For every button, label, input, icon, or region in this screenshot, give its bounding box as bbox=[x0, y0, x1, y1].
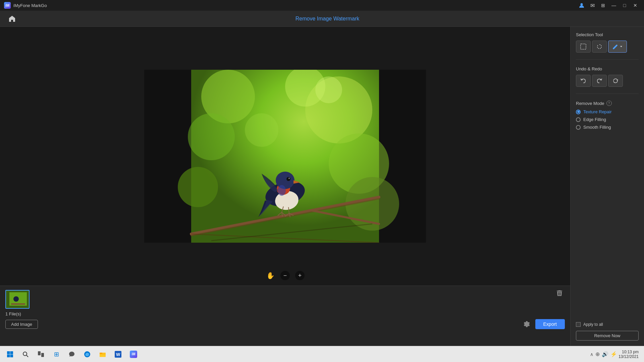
system-tray-expand[interactable]: ∧ bbox=[590, 352, 593, 357]
network-icon: ⊕ bbox=[595, 351, 600, 357]
grid-icon[interactable]: ⊞ bbox=[598, 1, 608, 10]
zoom-in-button[interactable]: + bbox=[295, 271, 305, 280]
task-view-button[interactable] bbox=[34, 347, 48, 362]
remove-mode-title-row: Remove Mode ? bbox=[576, 101, 639, 106]
bottom-area: 1 File(s) Add Image bbox=[0, 286, 570, 346]
app-window: iM iMyFone MarkGo ✉ ⊞ — □ bbox=[0, 0, 644, 346]
help-icon[interactable]: ? bbox=[606, 101, 612, 106]
svg-rect-42 bbox=[10, 354, 13, 357]
remove-now-button[interactable]: Remove Now bbox=[576, 331, 639, 341]
clock-date: 13/12/2021 bbox=[619, 354, 639, 359]
selection-tool-title: Selection Tool bbox=[576, 32, 639, 37]
battery-icon: ⚡ bbox=[610, 351, 617, 357]
separator-1 bbox=[576, 59, 639, 60]
page-title: Remove Image Watermark bbox=[17, 16, 637, 22]
clock-time: 10:13 pm bbox=[619, 350, 639, 354]
maximize-button[interactable]: □ bbox=[620, 1, 629, 10]
svg-line-44 bbox=[26, 355, 28, 357]
zoom-controls: ✋ − + bbox=[266, 271, 305, 280]
start-button[interactable] bbox=[3, 347, 17, 362]
export-button[interactable]: Export bbox=[535, 319, 565, 329]
zoom-out-button[interactable]: − bbox=[280, 271, 290, 280]
bottom-right-actions: Export bbox=[522, 319, 565, 329]
bottom-actions: Add Image Export bbox=[5, 316, 565, 329]
settings-button[interactable] bbox=[522, 319, 531, 329]
apply-all-label: Apply to all bbox=[583, 322, 603, 327]
delete-button[interactable] bbox=[555, 289, 564, 299]
titlebar: iM iMyFone MarkGo ✉ ⊞ — □ bbox=[0, 0, 644, 11]
svg-rect-45 bbox=[38, 351, 41, 355]
svg-point-24 bbox=[278, 185, 286, 196]
svg-text:W: W bbox=[116, 352, 120, 357]
redo-button[interactable] bbox=[592, 75, 607, 87]
home-button[interactable] bbox=[7, 13, 17, 24]
taskbar-left: ⊞ bbox=[3, 347, 141, 362]
texture-repair-radio[interactable] bbox=[576, 110, 581, 114]
widgets-button[interactable]: ⊞ bbox=[49, 347, 64, 362]
explorer-button[interactable] bbox=[95, 347, 110, 362]
taskbar: ⊞ bbox=[0, 346, 644, 362]
filmstrip-row bbox=[5, 290, 565, 309]
edge-filling-label: Edge Filling bbox=[583, 117, 606, 122]
smooth-filling-option[interactable]: Smooth Filling bbox=[576, 125, 639, 130]
svg-point-23 bbox=[288, 178, 290, 179]
thumbnail-item[interactable] bbox=[5, 290, 30, 309]
account-icon[interactable] bbox=[577, 1, 586, 10]
svg-rect-40 bbox=[10, 351, 13, 354]
search-taskbar-button[interactable] bbox=[18, 347, 33, 362]
separator-2 bbox=[576, 94, 639, 94]
chat-button[interactable] bbox=[64, 347, 79, 362]
undo-button[interactable] bbox=[576, 75, 591, 87]
texture-repair-option[interactable]: Texture Repair bbox=[576, 109, 639, 114]
svg-point-11 bbox=[178, 167, 218, 207]
svg-point-38 bbox=[613, 48, 614, 49]
apply-all-row: Apply to all bbox=[576, 322, 639, 327]
texture-repair-label: Texture Repair bbox=[583, 109, 612, 114]
markgo-taskbar-button[interactable]: iM bbox=[126, 347, 141, 362]
svg-point-21 bbox=[276, 172, 294, 189]
hand-tool-button[interactable]: ✋ bbox=[266, 271, 275, 280]
undo-redo-section: Undo & Redo bbox=[576, 66, 639, 87]
svg-rect-36 bbox=[11, 303, 25, 305]
edge-filling-option[interactable]: Edge Filling bbox=[576, 117, 639, 122]
svg-point-0 bbox=[581, 3, 583, 6]
undo-redo-buttons bbox=[576, 75, 639, 87]
svg-rect-37 bbox=[581, 44, 586, 49]
minimize-button[interactable]: — bbox=[609, 1, 619, 10]
image-display bbox=[144, 70, 426, 243]
canvas-wrapper: ✋ − + bbox=[0, 27, 570, 286]
edge-filling-radio[interactable] bbox=[576, 117, 581, 122]
canvas-and-controls: ✋ − + bbox=[0, 27, 570, 346]
file-count: 1 File(s) bbox=[5, 311, 565, 316]
refresh-button[interactable] bbox=[608, 75, 623, 87]
svg-point-35 bbox=[13, 296, 19, 302]
app-icon: iM bbox=[4, 2, 11, 9]
svg-rect-39 bbox=[7, 351, 10, 354]
apply-all-checkbox[interactable] bbox=[576, 322, 581, 327]
rect-select-tool[interactable] bbox=[576, 41, 591, 53]
remove-mode-section: Remove Mode ? Texture Repair Edge Fillin… bbox=[576, 101, 639, 132]
taskbar-right: ∧ ⊕ 🔊 ⚡ 10:13 pm 13/12/2021 bbox=[590, 350, 641, 359]
word-button[interactable]: W bbox=[111, 347, 125, 362]
edge-button[interactable] bbox=[80, 347, 95, 362]
add-image-button[interactable]: Add Image bbox=[5, 320, 38, 329]
svg-rect-46 bbox=[41, 353, 44, 357]
lasso-select-tool[interactable] bbox=[592, 41, 607, 53]
texture-repair-radio-inner bbox=[577, 111, 580, 113]
brush-tool[interactable] bbox=[608, 41, 627, 53]
page-wrapper: iM iMyFone MarkGo ✉ ⊞ — □ bbox=[0, 0, 644, 362]
bird-image-svg bbox=[144, 70, 426, 243]
smooth-filling-radio[interactable] bbox=[576, 125, 581, 130]
mail-icon[interactable]: ✉ bbox=[588, 1, 597, 10]
header-bar: Remove Image Watermark bbox=[0, 11, 644, 27]
svg-point-9 bbox=[245, 113, 278, 147]
svg-point-22 bbox=[286, 177, 290, 181]
tool-buttons bbox=[576, 41, 639, 53]
system-icons: ∧ ⊕ 🔊 ⚡ bbox=[590, 351, 617, 357]
volume-icon: 🔊 bbox=[602, 351, 608, 357]
svg-rect-41 bbox=[7, 354, 10, 357]
svg-point-43 bbox=[23, 352, 27, 356]
system-clock: 10:13 pm 13/12/2021 bbox=[619, 350, 639, 359]
app-title: iMyFone MarkGo bbox=[13, 3, 47, 8]
close-button[interactable]: ✕ bbox=[631, 1, 640, 10]
